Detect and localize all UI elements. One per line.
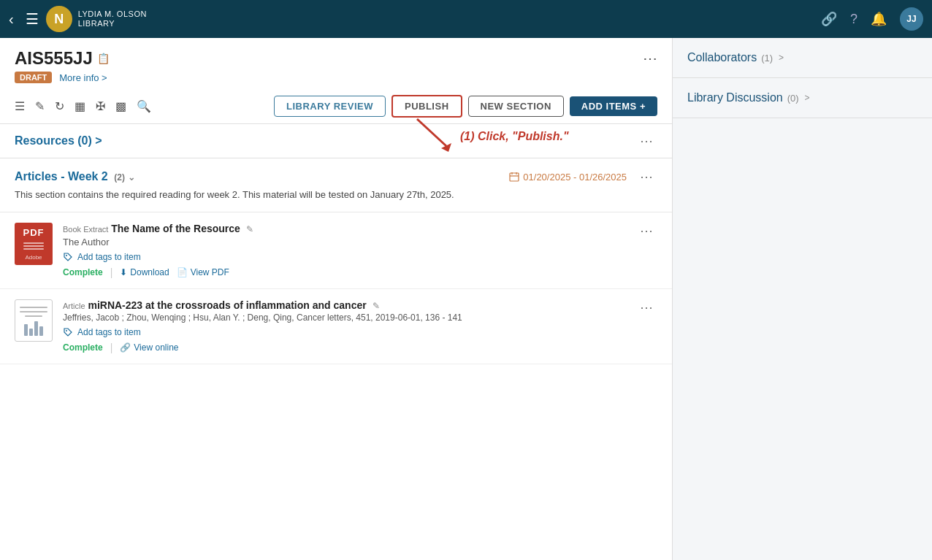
help-icon[interactable]: ? <box>850 12 857 27</box>
chart-icon[interactable]: ▩ <box>115 99 126 113</box>
item-title: miRNA-223 at the crossroads of inflammat… <box>88 299 366 311</box>
content-area: AIS555JJ 📋 ⋯ DRAFT More info > ☰ ✎ ↻ ▦ ✠… <box>0 38 673 560</box>
item-type: Book Extract <box>63 225 108 234</box>
pdf-icon: PDF Adobe <box>15 223 53 265</box>
user-avatar[interactable]: JJ <box>900 7 923 31</box>
item-more-options[interactable]: ⋯ <box>635 223 657 239</box>
item-status: Complete <box>63 267 103 277</box>
item-meta: Jeffries, Jacob ; Zhou, Wenqing ; Hsu, A… <box>63 312 625 323</box>
tools-icon[interactable]: ✠ <box>96 99 105 113</box>
calendar-icon <box>509 172 519 182</box>
link-icon: 🔗 <box>120 342 131 353</box>
tag-icon <box>63 252 73 262</box>
item-content: Book Extract The Name of the Resource ✎ … <box>63 223 625 278</box>
articles-date-range: 01/20/2025 - 01/26/2025 <box>509 172 627 183</box>
articles-section-link[interactable]: Articles - Week 2 (2) ⌄ <box>15 170 135 183</box>
item-content: Article miRNA-223 at the crossroads of i… <box>63 299 625 353</box>
articles-more-options[interactable]: ⋯ <box>635 169 657 185</box>
item-row: PDF Adobe Book Extract The Name of the R… <box>0 212 672 289</box>
logo-text: LYDIA M. OLSON LIBRARY <box>78 9 147 28</box>
resources-section-link[interactable]: Resources (0) > <box>15 134 102 147</box>
tag-icon <box>63 327 73 337</box>
edit-icon[interactable]: ✎ <box>35 99 45 113</box>
page-header: AIS555JJ 📋 ⋯ DRAFT More info > <box>0 38 672 83</box>
pdf-link-icon: 📄 <box>177 267 188 277</box>
main-layout: AIS555JJ 📋 ⋯ DRAFT More info > ☰ ✎ ↻ ▦ ✠… <box>0 38 932 560</box>
item-row: Article miRNA-223 at the crossroads of i… <box>0 289 672 364</box>
notifications-icon[interactable]: 🔔 <box>871 11 887 27</box>
item-edit-icon[interactable]: ✎ <box>246 224 253 234</box>
svg-point-7 <box>66 330 67 331</box>
svg-point-6 <box>66 255 67 256</box>
item-status: Complete <box>63 342 103 353</box>
back-button[interactable]: ‹ <box>9 11 14 28</box>
item-author: The Author <box>63 237 625 248</box>
hamburger-menu[interactable]: ☰ <box>26 10 39 28</box>
page-more-options[interactable]: ⋯ <box>643 50 657 67</box>
page-title: AIS555JJ 📋 <box>15 48 110 69</box>
resources-more-options[interactable]: ⋯ <box>635 133 657 149</box>
item-more-options[interactable]: ⋯ <box>635 299 657 315</box>
top-navigation: ‹ ☰ N LYDIA M. OLSON LIBRARY 🔗 ? 🔔 JJ <box>0 0 932 38</box>
logo-icon: N <box>46 6 72 32</box>
articles-description: This section contains the required readi… <box>15 189 657 200</box>
copy-icon[interactable]: 📋 <box>97 53 110 64</box>
add-tags-button[interactable]: Add tags to item <box>77 252 141 262</box>
item-edit-icon[interactable]: ✎ <box>373 301 380 311</box>
refresh-icon[interactable]: ↻ <box>55 99 64 113</box>
download-icon: ⬇ <box>120 267 127 277</box>
filter-icon[interactable]: ▦ <box>75 99 85 113</box>
publish-annotation-wrapper: PUBLISH (1) Click, "Publish." <box>391 95 462 118</box>
item-title: The Name of the Resource <box>111 223 240 234</box>
draft-badge: DRAFT <box>15 72 52 83</box>
publish-button[interactable]: PUBLISH <box>391 95 462 118</box>
item-type: Article <box>63 302 85 310</box>
add-items-button[interactable]: ADD ITEMS + <box>570 96 657 116</box>
library-logo: N LYDIA M. OLSON LIBRARY <box>46 6 147 32</box>
list-icon[interactable]: ☰ <box>15 99 25 113</box>
articles-section: Articles - Week 2 (2) ⌄ 01/20/2025 - 01/… <box>0 158 672 212</box>
download-button[interactable]: ⬇ Download <box>120 267 169 277</box>
svg-rect-2 <box>510 173 519 181</box>
view-online-button[interactable]: 🔗 View online <box>120 342 178 353</box>
search-icon[interactable]: 🔍 <box>137 99 151 113</box>
view-pdf-button[interactable]: 📄 View PDF <box>177 267 229 277</box>
article-icon <box>15 299 53 342</box>
resources-section: Resources (0) > ⋯ <box>0 124 672 158</box>
add-tags-button[interactable]: Add tags to item <box>77 327 141 337</box>
right-sidebar: Collaborators (1) > Library Discussion (… <box>673 38 932 560</box>
collaborators-section[interactable]: Collaborators (1) > <box>673 38 932 78</box>
library-review-button[interactable]: LIBRARY REVIEW <box>274 96 386 117</box>
toolbar: ☰ ✎ ↻ ▦ ✠ ▩ 🔍 LIBRARY REVIEW PUBLISH <box>0 89 672 124</box>
new-section-button[interactable]: NEW SECTION <box>468 96 564 117</box>
link-icon[interactable]: 🔗 <box>821 11 837 27</box>
library-discussion-section[interactable]: Library Discussion (0) > <box>673 78 932 118</box>
more-info-link[interactable]: More info > <box>59 72 107 83</box>
